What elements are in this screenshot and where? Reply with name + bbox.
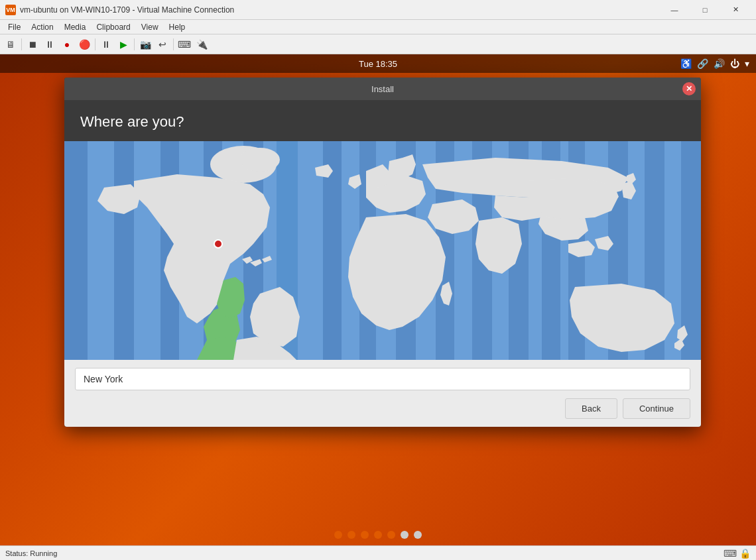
svg-point-20: [214, 240, 222, 248]
menu-help[interactable]: Help: [164, 21, 191, 33]
svg-point-19: [240, 148, 280, 172]
keyboard-status-icon: ⌨: [724, 548, 737, 559]
toolbar-sep-3: [134, 38, 135, 50]
ubuntu-topbar-right: ♿ 🔗 🔊 ⏻ ▾: [680, 58, 749, 69]
dot-6[interactable]: [401, 531, 409, 539]
continue-button[interactable]: Continue: [623, 398, 690, 419]
ubuntu-time: Tue 18:35: [359, 59, 397, 69]
dialog-header: Where are you?: [64, 100, 701, 141]
svg-rect-1: [64, 141, 88, 360]
timezone-input[interactable]: [75, 368, 690, 390]
status-text: Status: Running: [5, 549, 724, 557]
window-title: vm-ubuntu on VM-WIN10-1709 - Virtual Mac…: [20, 5, 659, 15]
ubuntu-power-icon[interactable]: ⏻: [730, 58, 739, 69]
menu-bar: File Action Media Clipboard View Help: [0, 20, 756, 34]
window-controls: — □ ✕: [659, 0, 751, 20]
menu-media[interactable]: Media: [59, 21, 92, 33]
app-icon: VM: [5, 5, 16, 15]
dialog-question: Where are you?: [80, 113, 184, 130]
toolbar-play-btn[interactable]: ▶: [115, 37, 131, 52]
toolbar-sep-1: [21, 38, 22, 50]
toolbar-pause-btn[interactable]: ⏸: [42, 37, 58, 52]
dialog-bottom: Back Continue: [64, 360, 701, 427]
install-dialog: Install ✕ Where are you?: [64, 78, 701, 427]
maximize-button[interactable]: □: [690, 0, 720, 20]
dot-2[interactable]: [347, 531, 355, 539]
toolbar-screen-btn[interactable]: 🖥: [3, 37, 19, 52]
dot-5[interactable]: [387, 531, 395, 539]
dialog-close-button[interactable]: ✕: [682, 82, 696, 95]
dot-3[interactable]: [361, 531, 369, 539]
toolbar-sep-2: [95, 38, 95, 50]
ubuntu-topbar: Tue 18:35 ♿ 🔗 🔊 ⏻ ▾: [0, 54, 756, 73]
dot-4[interactable]: [374, 531, 382, 539]
ubuntu-sound-icon[interactable]: 🔊: [714, 58, 725, 69]
menu-clipboard[interactable]: Clipboard: [91, 21, 135, 33]
world-map[interactable]: [64, 141, 701, 360]
svg-rect-2: [114, 141, 134, 360]
title-bar: VM vm-ubuntu on VM-WIN10-1709 - Virtual …: [0, 0, 756, 20]
close-button[interactable]: ✕: [720, 0, 751, 20]
dot-1[interactable]: [334, 531, 342, 539]
menu-action[interactable]: Action: [26, 21, 58, 33]
toolbar-stop-btn[interactable]: ⏹: [25, 37, 40, 52]
dialog-content: Where are you?: [64, 100, 701, 427]
dialog-titlebar: Install ✕: [64, 78, 701, 100]
map-container[interactable]: [64, 141, 701, 360]
dialog-title: Install: [371, 84, 394, 94]
usb-status-icon: 🔒: [739, 548, 751, 559]
toolbar-record-btn[interactable]: ●: [59, 37, 75, 52]
menu-view[interactable]: View: [136, 21, 164, 33]
progress-dots: [0, 531, 756, 539]
toolbar-reset-btn[interactable]: 🔴: [76, 37, 92, 52]
toolbar-revert-btn[interactable]: ↩: [155, 37, 170, 52]
ubuntu-dropdown-icon[interactable]: ▾: [745, 58, 749, 69]
menu-file[interactable]: File: [3, 21, 26, 33]
toolbar-keyboard-btn[interactable]: ⌨: [176, 37, 192, 52]
toolbar-sep-4: [173, 38, 174, 50]
dialog-buttons: Back Continue: [75, 398, 690, 419]
toolbar-snapshot-btn[interactable]: 📷: [137, 37, 153, 52]
back-button[interactable]: Back: [565, 398, 617, 419]
minimize-button[interactable]: —: [659, 0, 690, 20]
toolbar-usb-btn[interactable]: 🔌: [194, 37, 210, 52]
status-bar: Status: Running ⌨ 🔒: [0, 545, 756, 560]
ubuntu-accessibility-icon[interactable]: ♿: [680, 58, 692, 69]
vm-area[interactable]: Tue 18:35 ♿ 🔗 🔊 ⏻ ▾ Install ✕ Where are …: [0, 54, 756, 545]
toolbar: 🖥 ⏹ ⏸ ● 🔴 ⏸ ▶ 📷 ↩ ⌨ 🔌: [0, 34, 756, 54]
toolbar-pause2-btn[interactable]: ⏸: [98, 37, 114, 52]
ubuntu-network-icon[interactable]: 🔗: [697, 58, 708, 69]
status-right-icons: ⌨ 🔒: [724, 548, 751, 559]
dot-7[interactable]: [414, 531, 422, 539]
